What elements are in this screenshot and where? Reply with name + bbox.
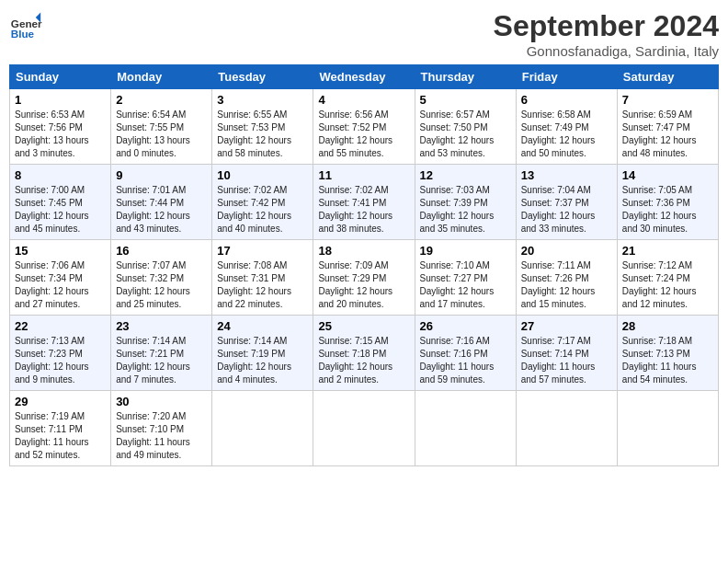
day-header-sunday: Sunday: [10, 65, 111, 89]
day-header-monday: Monday: [111, 65, 212, 89]
day-detail: Sunrise: 6:56 AMSunset: 7:52 PMDaylight:…: [318, 109, 409, 160]
day-number: 6: [521, 93, 612, 107]
day-detail: Sunrise: 7:19 AMSunset: 7:11 PMDaylight:…: [15, 410, 106, 462]
day-number: 13: [521, 168, 612, 182]
day-number: 4: [318, 93, 409, 107]
calendar-cell: [516, 391, 617, 466]
calendar-cell: 26Sunrise: 7:16 AMSunset: 7:16 PMDayligh…: [415, 316, 516, 391]
calendar-cell: 4Sunrise: 6:56 AMSunset: 7:52 PMDaylight…: [313, 89, 415, 165]
day-number: 5: [420, 93, 511, 107]
day-detail: Sunrise: 7:04 AMSunset: 7:37 PMDaylight:…: [521, 184, 612, 236]
calendar-week-3: 22Sunrise: 7:13 AMSunset: 7:23 PMDayligh…: [10, 316, 719, 391]
day-detail: Sunrise: 7:07 AMSunset: 7:32 PMDaylight:…: [116, 259, 207, 311]
calendar-cell: 5Sunrise: 6:57 AMSunset: 7:50 PMDaylight…: [415, 89, 516, 165]
day-detail: Sunrise: 6:58 AMSunset: 7:49 PMDaylight:…: [521, 109, 612, 160]
calendar-cell: 1Sunrise: 6:53 AMSunset: 7:56 PMDaylight…: [10, 89, 111, 165]
calendar-cell: [212, 391, 313, 466]
day-detail: Sunrise: 6:53 AMSunset: 7:56 PMDaylight:…: [15, 109, 106, 160]
calendar-cell: [313, 391, 415, 466]
title-area: September 2024 Gonnosfanadiga, Sardinia,…: [494, 9, 719, 59]
calendar-cell: 18Sunrise: 7:09 AMSunset: 7:29 PMDayligh…: [313, 240, 415, 316]
calendar-cell: 13Sunrise: 7:04 AMSunset: 7:37 PMDayligh…: [516, 165, 617, 240]
location-title: Gonnosfanadiga, Sardinia, Italy: [494, 43, 719, 59]
day-detail: Sunrise: 6:55 AMSunset: 7:53 PMDaylight:…: [217, 109, 308, 160]
calendar-cell: 9Sunrise: 7:01 AMSunset: 7:44 PMDaylight…: [111, 165, 212, 240]
day-detail: Sunrise: 6:59 AMSunset: 7:47 PMDaylight:…: [622, 109, 713, 160]
calendar-week-0: 1Sunrise: 6:53 AMSunset: 7:56 PMDaylight…: [10, 89, 719, 165]
calendar-cell: 21Sunrise: 7:12 AMSunset: 7:24 PMDayligh…: [617, 240, 718, 316]
day-detail: Sunrise: 7:16 AMSunset: 7:16 PMDaylight:…: [420, 335, 511, 386]
day-number: 9: [116, 168, 207, 182]
calendar-week-4: 29Sunrise: 7:19 AMSunset: 7:11 PMDayligh…: [10, 391, 719, 466]
calendar-table: SundayMondayTuesdayWednesdayThursdayFrid…: [9, 64, 719, 466]
day-header-friday: Friday: [516, 65, 617, 89]
day-number: 23: [116, 319, 207, 333]
calendar-cell: 10Sunrise: 7:02 AMSunset: 7:42 PMDayligh…: [212, 165, 313, 240]
day-number: 29: [15, 395, 106, 408]
calendar-cell: 2Sunrise: 6:54 AMSunset: 7:55 PMDaylight…: [111, 89, 212, 165]
logo-icon: General Blue: [9, 9, 42, 42]
calendar-cell: [617, 391, 718, 466]
day-detail: Sunrise: 7:13 AMSunset: 7:23 PMDaylight:…: [15, 335, 106, 386]
day-header-wednesday: Wednesday: [313, 65, 415, 89]
day-detail: Sunrise: 7:00 AMSunset: 7:45 PMDaylight:…: [15, 184, 106, 236]
day-number: 22: [15, 319, 106, 333]
calendar-cell: 20Sunrise: 7:11 AMSunset: 7:26 PMDayligh…: [516, 240, 617, 316]
day-detail: Sunrise: 7:02 AMSunset: 7:42 PMDaylight:…: [217, 184, 308, 236]
calendar-cell: 22Sunrise: 7:13 AMSunset: 7:23 PMDayligh…: [10, 316, 111, 391]
day-header-saturday: Saturday: [617, 65, 718, 89]
day-detail: Sunrise: 7:06 AMSunset: 7:34 PMDaylight:…: [15, 259, 106, 311]
day-number: 11: [318, 168, 409, 182]
day-number: 25: [318, 319, 409, 333]
day-detail: Sunrise: 7:14 AMSunset: 7:21 PMDaylight:…: [116, 335, 207, 386]
day-number: 24: [217, 319, 308, 333]
day-number: 2: [116, 93, 207, 107]
day-detail: Sunrise: 7:03 AMSunset: 7:39 PMDaylight:…: [420, 184, 511, 236]
calendar-cell: 3Sunrise: 6:55 AMSunset: 7:53 PMDaylight…: [212, 89, 313, 165]
calendar-cell: 11Sunrise: 7:02 AMSunset: 7:41 PMDayligh…: [313, 165, 415, 240]
calendar-cell: 6Sunrise: 6:58 AMSunset: 7:49 PMDaylight…: [516, 89, 617, 165]
day-detail: Sunrise: 7:05 AMSunset: 7:36 PMDaylight:…: [622, 184, 713, 236]
day-detail: Sunrise: 6:57 AMSunset: 7:50 PMDaylight:…: [420, 109, 511, 160]
logo: General Blue: [9, 9, 46, 42]
calendar-cell: 12Sunrise: 7:03 AMSunset: 7:39 PMDayligh…: [415, 165, 516, 240]
calendar-cell: 24Sunrise: 7:14 AMSunset: 7:19 PMDayligh…: [212, 316, 313, 391]
calendar-cell: 7Sunrise: 6:59 AMSunset: 7:47 PMDaylight…: [617, 89, 718, 165]
day-number: 10: [217, 168, 308, 182]
calendar-cell: 15Sunrise: 7:06 AMSunset: 7:34 PMDayligh…: [10, 240, 111, 316]
day-number: 19: [420, 244, 511, 258]
calendar-cell: 8Sunrise: 7:00 AMSunset: 7:45 PMDaylight…: [10, 165, 111, 240]
day-number: 20: [521, 244, 612, 258]
day-number: 16: [116, 244, 207, 258]
day-number: 21: [622, 244, 713, 258]
day-detail: Sunrise: 7:11 AMSunset: 7:26 PMDaylight:…: [521, 259, 612, 311]
calendar-cell: 27Sunrise: 7:17 AMSunset: 7:14 PMDayligh…: [516, 316, 617, 391]
calendar-cell: 25Sunrise: 7:15 AMSunset: 7:18 PMDayligh…: [313, 316, 415, 391]
day-number: 18: [318, 244, 409, 258]
day-detail: Sunrise: 7:14 AMSunset: 7:19 PMDaylight:…: [217, 335, 308, 386]
header: General Blue September 2024 Gonnosfanadi…: [9, 9, 719, 59]
day-number: 28: [622, 319, 713, 333]
day-detail: Sunrise: 7:02 AMSunset: 7:41 PMDaylight:…: [318, 184, 409, 236]
calendar-cell: 28Sunrise: 7:18 AMSunset: 7:13 PMDayligh…: [617, 316, 718, 391]
header-row: SundayMondayTuesdayWednesdayThursdayFrid…: [10, 65, 719, 89]
calendar-cell: 17Sunrise: 7:08 AMSunset: 7:31 PMDayligh…: [212, 240, 313, 316]
day-number: 27: [521, 319, 612, 333]
day-number: 7: [622, 93, 713, 107]
day-detail: Sunrise: 7:12 AMSunset: 7:24 PMDaylight:…: [622, 259, 713, 311]
day-detail: Sunrise: 7:01 AMSunset: 7:44 PMDaylight:…: [116, 184, 207, 236]
day-number: 26: [420, 319, 511, 333]
day-number: 30: [116, 395, 207, 408]
day-detail: Sunrise: 7:08 AMSunset: 7:31 PMDaylight:…: [217, 259, 308, 311]
day-detail: Sunrise: 7:20 AMSunset: 7:10 PMDaylight:…: [116, 410, 207, 462]
day-header-tuesday: Tuesday: [212, 65, 313, 89]
day-number: 17: [217, 244, 308, 258]
calendar-cell: 16Sunrise: 7:07 AMSunset: 7:32 PMDayligh…: [111, 240, 212, 316]
day-number: 1: [15, 93, 106, 107]
calendar-cell: 14Sunrise: 7:05 AMSunset: 7:36 PMDayligh…: [617, 165, 718, 240]
day-number: 12: [420, 168, 511, 182]
day-detail: Sunrise: 7:17 AMSunset: 7:14 PMDaylight:…: [521, 335, 612, 386]
day-number: 14: [622, 168, 713, 182]
day-number: 15: [15, 244, 106, 258]
day-number: 3: [217, 93, 308, 107]
